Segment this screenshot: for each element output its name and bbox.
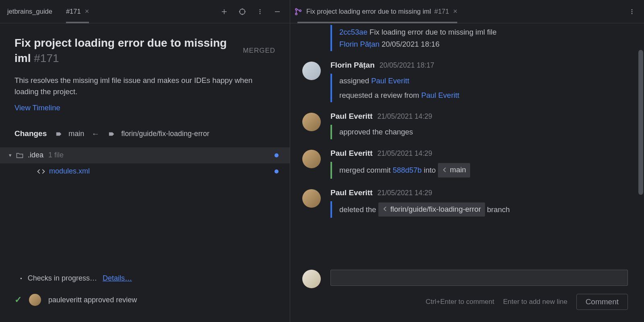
bullet-icon: ● bbox=[20, 277, 22, 280]
view-timeline-link[interactable]: View Timeline bbox=[14, 103, 60, 112]
timeline-timestamp: 20/05/2021 18:17 bbox=[380, 61, 434, 70]
left-tab-bar: jetbrains_guide #171 × bbox=[0, 0, 290, 23]
minimize-icon[interactable] bbox=[270, 6, 285, 18]
commit-hash-link[interactable]: 2cc53ae bbox=[339, 28, 367, 36]
file-name: modules.xml bbox=[49, 167, 90, 175]
svg-point-9 bbox=[260, 13, 261, 14]
approval-row: ✓ pauleveritt approved review bbox=[14, 294, 275, 306]
svg-point-16 bbox=[632, 13, 633, 14]
close-icon[interactable]: × bbox=[453, 7, 458, 16]
svg-point-2 bbox=[239, 9, 245, 14]
file-row[interactable]: modules.xml bbox=[0, 163, 290, 180]
timeline-event: approved the changes bbox=[330, 125, 632, 139]
avatar bbox=[29, 294, 41, 306]
tag-icon bbox=[107, 130, 114, 137]
tab-pr-171[interactable]: #171 × bbox=[60, 0, 95, 23]
right-tab-bar: Fix project loading error due to missing… bbox=[290, 0, 644, 23]
head-branch: florin/guide/fix-loading-error bbox=[121, 130, 209, 138]
svg-point-13 bbox=[299, 10, 301, 11]
pr-footer: ● Checks in progress… Details… ✓ pauleve… bbox=[0, 268, 290, 322]
checks-details-link[interactable]: Details… bbox=[103, 274, 132, 283]
scrollbar-thumb[interactable] bbox=[638, 50, 643, 195]
git-merge-icon bbox=[294, 8, 302, 16]
change-indicator-icon bbox=[275, 169, 279, 173]
timeline-content[interactable]: 2cc53ae Fix loading error due to missing… bbox=[290, 23, 644, 262]
comment-button[interactable]: Comment bbox=[576, 294, 628, 310]
timeline-author: Paul Everitt bbox=[330, 188, 373, 197]
more-icon[interactable] bbox=[253, 6, 267, 17]
comment-composer: Ctrl+Enter to comment Enter to add new l… bbox=[290, 262, 644, 322]
timeline-event: merged commit 588d57b into main bbox=[330, 162, 632, 179]
timeline-item: Paul Everitt 21/05/2021 14:29 approved t… bbox=[302, 112, 632, 139]
timeline-event: 2cc53ae Fix loading error due to missing… bbox=[330, 25, 632, 51]
comment-input[interactable] bbox=[330, 270, 628, 286]
add-icon[interactable] bbox=[217, 6, 232, 18]
close-icon[interactable]: × bbox=[85, 7, 89, 16]
pr-description: This resolves the missing iml file issue… bbox=[14, 75, 275, 98]
tag-icon bbox=[54, 130, 61, 137]
pr-status-badge: MERGED bbox=[243, 47, 275, 55]
checks-status: Checks in progress… bbox=[28, 274, 97, 283]
folder-file-count: 1 file bbox=[48, 151, 64, 159]
svg-point-11 bbox=[295, 8, 297, 10]
pr-details-pane: jetbrains_guide #171 × Fix project loadi… bbox=[0, 0, 290, 322]
timeline-pane: Fix project loading error due to missing… bbox=[290, 0, 644, 322]
base-branch: main bbox=[68, 130, 84, 138]
timeline-timestamp: 21/05/2021 14:29 bbox=[378, 149, 432, 158]
chevron-down-icon: ▾ bbox=[9, 152, 12, 158]
timeline-timestamp: 21/05/2021 14:29 bbox=[378, 112, 432, 121]
timeline-author: Paul Everitt bbox=[330, 112, 373, 121]
avatar bbox=[302, 113, 321, 131]
timeline-event: assigned Paul Everitt bbox=[330, 74, 632, 88]
timeline-item: Paul Everitt 21/05/2021 14:29 merged com… bbox=[302, 149, 632, 179]
scrollbar[interactable] bbox=[638, 26, 643, 319]
svg-point-14 bbox=[632, 9, 633, 10]
composer-hint: Ctrl+Enter to comment bbox=[425, 298, 494, 306]
changes-label: Changes bbox=[14, 129, 47, 138]
checks-row: ● Checks in progress… Details… bbox=[20, 274, 275, 283]
tab-project[interactable]: jetbrains_guide bbox=[2, 0, 58, 23]
avatar bbox=[302, 150, 321, 168]
timeline-author: Florin Pățan bbox=[330, 61, 375, 70]
timeline-item: Florin Pățan 20/05/2021 18:17 assigned P… bbox=[302, 61, 632, 102]
avatar bbox=[302, 270, 321, 288]
timeline-timestamp: 21/05/2021 14:29 bbox=[378, 189, 432, 197]
check-icon: ✓ bbox=[14, 295, 22, 305]
target-icon[interactable] bbox=[234, 5, 250, 18]
composer-hint: Enter to add new line bbox=[503, 298, 568, 306]
arrow-left-icon: ← bbox=[91, 129, 99, 138]
approval-text: pauleveritt approved review bbox=[48, 296, 137, 304]
folder-name: .idea bbox=[28, 151, 43, 159]
folder-icon bbox=[16, 151, 24, 159]
timeline-item: Paul Everitt 21/05/2021 14:29 deleted th… bbox=[302, 188, 632, 218]
timeline-event: deleted the florin/guide/fix-loading-err… bbox=[330, 201, 632, 218]
timeline-event: requested a review from Paul Everitt bbox=[330, 88, 632, 103]
svg-point-8 bbox=[260, 11, 261, 12]
changed-files-tree: ▾ .idea 1 file modules.xml bbox=[0, 147, 290, 180]
change-indicator-icon bbox=[275, 153, 279, 157]
changes-header: Changes main ← florin/guide/fix-loading-… bbox=[14, 129, 275, 138]
timeline-author: Paul Everitt bbox=[330, 149, 373, 158]
avatar bbox=[302, 62, 321, 80]
timeline-item: 2cc53ae Fix loading error due to missing… bbox=[302, 25, 632, 51]
avatar bbox=[302, 189, 321, 208]
pr-title: Fix project loading error due to missing… bbox=[14, 35, 236, 66]
svg-point-15 bbox=[632, 11, 633, 12]
code-icon bbox=[37, 167, 45, 175]
folder-row[interactable]: ▾ .idea 1 file bbox=[0, 147, 290, 163]
svg-point-7 bbox=[260, 9, 261, 10]
svg-point-12 bbox=[295, 13, 297, 14]
more-icon[interactable] bbox=[625, 6, 639, 17]
tab-timeline[interactable]: Fix project loading error due to missing… bbox=[292, 0, 463, 23]
pr-details-content: Fix project loading error due to missing… bbox=[0, 23, 290, 268]
user-link[interactable]: Florin Pățan bbox=[339, 40, 380, 48]
